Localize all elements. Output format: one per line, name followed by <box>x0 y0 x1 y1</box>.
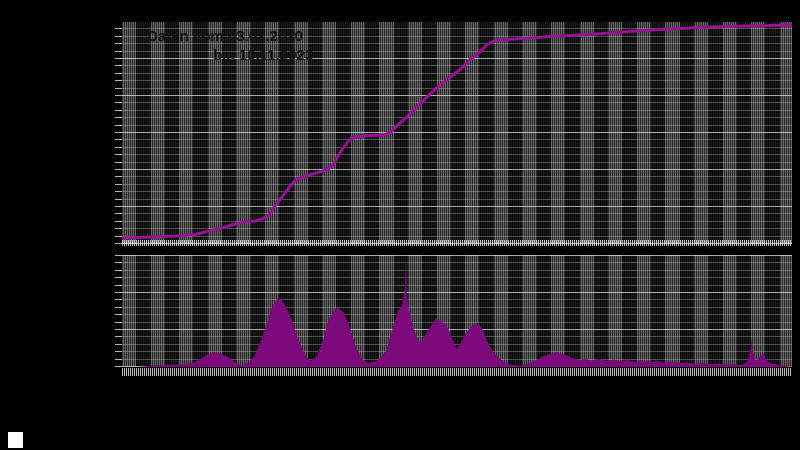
lower-panel-x-axis-ticks <box>122 368 792 376</box>
upper-panel-x-axis-ticks <box>122 240 792 246</box>
date-range-line2: bis 10.11.2023 <box>147 45 313 64</box>
chart-canvas: Daten vom 03.01.2020 bis 10.11.2023 <box>0 0 800 450</box>
legend-swatch <box>8 432 23 448</box>
daily-area-chart <box>122 255 792 367</box>
daily-area-path <box>122 257 792 367</box>
lower-panel-y-axis-ticks <box>115 255 122 367</box>
date-range-line1: Daten vom 03.01.2020 <box>147 26 313 45</box>
upper-panel-y-axis-ticks <box>115 22 122 244</box>
date-range-annotation: Daten vom 03.01.2020 bis 10.11.2023 <box>147 26 313 64</box>
lower-panel-daily-chart <box>122 255 792 367</box>
